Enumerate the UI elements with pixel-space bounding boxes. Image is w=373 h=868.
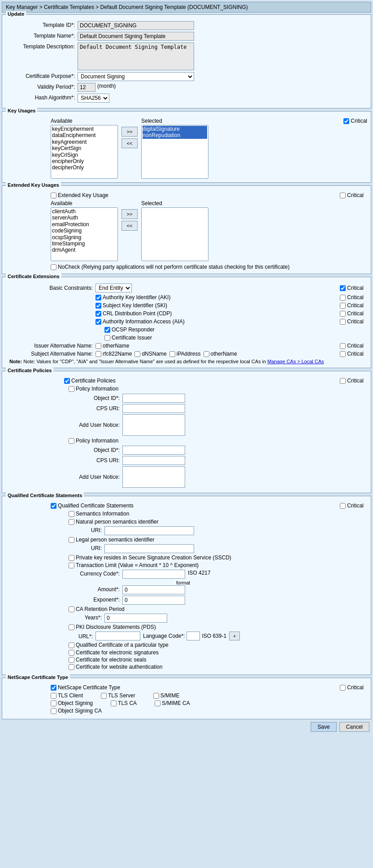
cdp-critical-checkbox[interactable] [340,311,346,317]
bc-critical-checkbox[interactable] [340,285,346,291]
eku-checkbox-label[interactable]: Extended Key Usage [51,192,108,198]
nocheck-checkbox[interactable] [51,264,56,270]
list-item[interactable]: decipherOnly [52,164,117,171]
tls-server-checkbox[interactable] [101,693,107,699]
ski-checkbox[interactable] [95,303,101,309]
sscd-checkbox[interactable] [69,555,74,561]
rfc822-checkbox[interactable] [95,351,101,357]
aki-checkbox[interactable] [95,295,101,301]
cert-issuer-checkbox[interactable] [104,335,110,341]
list-item[interactable]: ocspSigning [52,234,117,241]
natural-person-checkbox[interactable] [69,519,74,525]
ca-retention-checkbox[interactable] [69,606,74,612]
aia-checkbox[interactable] [95,319,101,325]
nct-critical-checkbox[interactable] [340,685,346,691]
hash-select[interactable]: SHA256 SHA384 SHA512 [78,94,109,103]
notice-textarea-2[interactable] [122,466,185,488]
dnsname-checkbox[interactable] [134,351,140,357]
list-item[interactable]: serverAuth [52,215,117,221]
list-item[interactable]: clientAuth [52,208,117,215]
ipaddress-checkbox[interactable] [169,351,175,357]
available-listbox[interactable]: keyEncipherment dataEncipherment keyAgre… [51,125,118,179]
template-desc-textarea[interactable]: Default Document Signing Template [78,43,194,70]
eku-selected-listbox[interactable] [141,207,208,261]
lang-code-input[interactable] [186,632,200,640]
cp-critical-checkbox[interactable] [340,378,346,384]
list-item[interactable]: keyCertSign [52,145,117,151]
pds-add-button[interactable]: + [229,632,240,640]
object-signing-checkbox[interactable] [51,700,56,706]
transaction-checkbox[interactable] [69,563,74,568]
years-input[interactable] [104,614,167,623]
smime-label[interactable]: S/MIME [153,692,180,699]
object-signing-ca-label[interactable]: Object Signing CA [51,708,102,714]
ca-retention-label[interactable]: CA Retention Period [69,606,367,612]
tls-client-checkbox[interactable] [51,693,56,699]
validity-input[interactable] [78,83,95,92]
policy-info-1-checkbox[interactable] [69,386,74,392]
object-signing-label[interactable]: Object Signing [51,700,93,706]
cert-issuer-checkbox-label[interactable]: Certificate Issuer [104,335,152,341]
policy-info-2-label[interactable]: Policy Information [69,438,367,444]
uri-2-input[interactable] [104,544,194,553]
issuer-othername-checkbox[interactable] [95,343,101,349]
smime-ca-label[interactable]: S/MIME CA [155,700,190,706]
natural-person-label[interactable]: Natural person semantics identifier [69,519,367,525]
eku-remove-button[interactable]: << [121,221,138,231]
aia-critical-checkbox[interactable] [340,319,346,325]
qcs-critical-checkbox[interactable] [340,503,346,509]
eku-add-button[interactable]: >> [121,209,138,219]
cdp-checkbox-label[interactable]: CRL Distribution Point (CDP) [95,310,172,317]
template-id-input[interactable] [78,21,194,30]
rfc822-label[interactable]: rfc822Name [95,351,132,357]
add-button[interactable]: >> [121,127,138,137]
qual-cert-label[interactable]: Qualified Certificate of a particular ty… [69,642,367,648]
sem-info-checkbox[interactable] [69,511,74,517]
list-item[interactable]: dataEncipherment [52,132,117,138]
nocheck-label[interactable]: NoCheck (Relying party applications will… [51,264,367,270]
elec-sig-checkbox[interactable] [69,650,74,656]
legal-person-checkbox[interactable] [69,537,74,543]
list-item[interactable]: drmAgent [52,247,117,253]
list-item[interactable]: keyCrlSign [52,152,117,158]
pds-url-input[interactable] [95,632,140,640]
website-auth-checkbox[interactable] [69,664,74,670]
basic-constraints-select[interactable]: End Entity CA [95,284,132,292]
tls-ca-label[interactable]: TLS CA [111,700,137,706]
pki-disclosure-label[interactable]: PKI Disclosure Statements (PDS) [69,624,367,630]
smime-ca-checkbox[interactable] [155,700,160,706]
amount-input[interactable] [122,585,185,594]
pki-disclosure-checkbox[interactable] [69,624,74,630]
san-othername-label[interactable]: otherName [204,351,237,357]
note-link[interactable]: Manage CAs > Local CAs [267,359,324,364]
ocsp-checkbox-label[interactable]: OCSP Responder [104,327,155,333]
cp-checkbox-label[interactable]: Certificate Policies [64,378,116,384]
transaction-label[interactable]: Transaction Limit (Value = Amount * 10 ^… [69,562,367,568]
elec-seals-checkbox[interactable] [69,657,74,663]
qcs-checkbox-label[interactable]: Qualified Certificate Statements [51,503,134,509]
aki-checkbox-label[interactable]: Authority Key Identifier (AKI) [95,294,170,301]
aki-critical-checkbox[interactable] [340,295,346,301]
policy-info-2-checkbox[interactable] [69,438,74,444]
selected-listbox[interactable]: digitalSignature nonRepudiation [141,125,208,179]
notice-textarea-1[interactable] [122,414,185,436]
eku-critical-checkbox[interactable] [340,193,346,198]
list-item[interactable]: digitalSignature [143,126,207,132]
san-critical-checkbox[interactable] [340,351,346,357]
exponent-input[interactable] [122,596,185,605]
template-name-input[interactable] [78,32,194,41]
cp-checkbox[interactable] [64,378,70,384]
elec-seals-label[interactable]: Certificate for electronic seals [69,657,367,663]
list-item[interactable]: encipherOnly [52,158,117,164]
remove-button[interactable]: << [121,138,138,148]
list-item[interactable]: keyAgreement [52,139,117,145]
cdp-checkbox[interactable] [95,311,101,317]
sscd-label[interactable]: Private key resides in Secure Signature … [69,554,367,561]
sem-info-label[interactable]: Semantics Information [69,511,367,517]
oid-input-2[interactable] [122,446,185,455]
elec-sig-label[interactable]: Certificate for electronic signatures [69,649,367,656]
list-item[interactable]: keyEncipherment [52,126,117,132]
cps-input-2[interactable] [122,456,185,465]
list-item[interactable]: nonRepudiation [143,132,207,138]
nct-checkbox-label[interactable]: NetScape Certificate Type [51,684,120,691]
